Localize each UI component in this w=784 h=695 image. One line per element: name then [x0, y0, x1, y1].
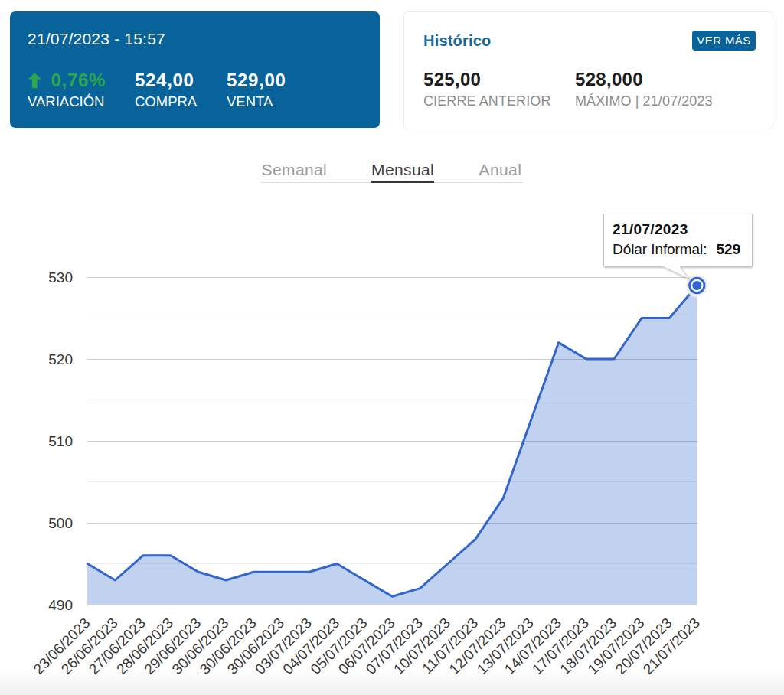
- svg-text:Dólar Informal:: Dólar Informal:: [612, 241, 707, 257]
- svg-text:520: 520: [48, 351, 73, 367]
- svg-text:529: 529: [717, 241, 741, 257]
- svg-text:510: 510: [48, 433, 73, 449]
- svg-text:490: 490: [48, 597, 73, 613]
- svg-text:21/07/2023: 21/07/2023: [612, 221, 688, 237]
- svg-text:500: 500: [48, 515, 73, 531]
- svg-text:530: 530: [48, 269, 73, 286]
